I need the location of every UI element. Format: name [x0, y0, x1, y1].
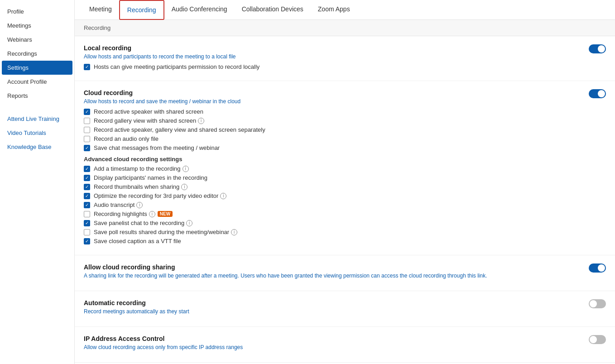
automatic-recording-toggle[interactable]: [589, 299, 606, 308]
section-label: Recording: [84, 24, 111, 31]
adv-cb-1[interactable]: [84, 175, 90, 181]
cloud-cb-label-0: Record active speaker with shared screen: [94, 108, 203, 115]
cloud-recording-toggle-wrap: [589, 89, 606, 100]
sidebar-item-reports[interactable]: Reports: [0, 89, 74, 103]
automatic-recording-toggle-wrap: [589, 299, 606, 310]
adv-cb-label-1: Display participants' names in the recor…: [94, 174, 207, 181]
cloud-sharing-block: Allow cloud recording sharing A sharing …: [75, 255, 615, 291]
adv-cb-6[interactable]: [84, 220, 90, 226]
automatic-recording-toggle-knob: [590, 300, 597, 307]
adv-cb-3[interactable]: [84, 193, 90, 199]
section-header: Recording: [75, 20, 615, 36]
local-recording-desc: Allow hosts and participants to record t…: [84, 53, 606, 60]
cloud-cb-1[interactable]: [84, 118, 90, 124]
adv-cb-row-0: Add a timestamp to the recording i: [84, 165, 606, 172]
adv-cb-4[interactable]: [84, 202, 90, 208]
adv-cb-label-6: Save panelist chat to the recording: [94, 220, 184, 226]
cloud-recording-desc: Allow hosts to record and save the meeti…: [84, 98, 606, 105]
adv-cb-0[interactable]: [84, 166, 90, 172]
sidebar-item-recordings[interactable]: Recordings: [0, 47, 74, 61]
adv-cb-row-8: Save closed caption as a VTT file: [84, 238, 606, 244]
adv-cb-label-4: Audio transcript: [94, 201, 135, 208]
local-recording-toggle[interactable]: [589, 44, 606, 53]
automatic-recording-title: Automatic recording: [84, 299, 606, 307]
cloud-cb-0[interactable]: [84, 109, 90, 115]
cloud-sharing-toggle[interactable]: [589, 263, 606, 273]
sidebar-item-account-profile[interactable]: Account Profile: [0, 75, 74, 89]
cloud-sharing-title: Allow cloud recording sharing: [84, 263, 606, 271]
adv-cb-row-1: Display participants' names in the recor…: [84, 174, 606, 181]
local-recording-toggle-wrap: [589, 44, 606, 55]
sidebar-item-video-tutorials[interactable]: Video Tutorials: [0, 126, 74, 140]
cloud-recording-title: Cloud recording: [84, 89, 606, 96]
main-content: Meeting Recording Audio Conferencing Col…: [75, 0, 615, 364]
adv-cb-8[interactable]: [84, 238, 90, 244]
cloud-recording-toggle[interactable]: [589, 89, 606, 98]
advanced-cloud-header: Advanced cloud recording settings: [84, 156, 606, 163]
adv-cb-row-5: Recording highlights i NEW: [84, 211, 606, 217]
local-recording-toggle-knob: [598, 45, 605, 53]
sidebar-item-settings[interactable]: Settings: [2, 61, 72, 75]
ip-access-toggle-knob: [590, 336, 597, 343]
adv-cb-info-2[interactable]: i: [181, 184, 187, 190]
local-recording-block: Local recording Allow hosts and particip…: [75, 36, 615, 81]
settings-content: Recording Local recording Allow hosts an…: [75, 20, 615, 364]
tabs-bar: Meeting Recording Audio Conferencing Col…: [75, 0, 615, 20]
cloud-cb-label-2: Record active speaker, gallery view and …: [94, 126, 265, 133]
cloud-cb-4[interactable]: [84, 145, 90, 151]
ip-access-desc: Allow cloud recording access only from s…: [84, 344, 606, 350]
adv-cb-row-4: Audio transcript i: [84, 201, 606, 208]
tab-collaboration-devices[interactable]: Collaboration Devices: [235, 0, 311, 20]
adv-cb-info-4[interactable]: i: [136, 202, 143, 208]
sidebar-item-webinars[interactable]: Webinars: [0, 33, 74, 47]
cloud-sharing-desc: A sharing link for the recording will be…: [84, 273, 606, 279]
cloud-cb-row-4: Save chat messages from the meeting / we…: [84, 144, 606, 151]
ip-access-block: IP Address Access Control Allow cloud re…: [75, 327, 615, 363]
adv-cb-2[interactable]: [84, 184, 90, 190]
adv-cb-info-0[interactable]: i: [183, 166, 189, 172]
adv-cb-label-3: Optimize the recording for 3rd party vid…: [94, 192, 218, 199]
sidebar: Profile Meetings Webinars Recordings Set…: [0, 0, 75, 364]
adv-cb-info-5[interactable]: i: [149, 211, 155, 217]
ip-access-toggle-wrap: [589, 335, 606, 345]
automatic-recording-block: Automatic recording Record meetings auto…: [75, 291, 615, 327]
cloud-recording-block: Cloud recording Allow hosts to record an…: [75, 81, 615, 255]
tab-meeting[interactable]: Meeting: [82, 0, 119, 20]
adv-cb-row-3: Optimize the recording for 3rd party vid…: [84, 192, 606, 199]
tab-recording[interactable]: Recording: [119, 0, 164, 20]
adv-cb-row-2: Record thumbnails when sharing i: [84, 183, 606, 190]
cloud-cb-2[interactable]: [84, 127, 90, 133]
adv-cb-label-0: Add a timestamp to the recording: [94, 165, 181, 172]
adv-cb-row-7: Save poll results shared during the meet…: [84, 229, 606, 235]
ip-access-toggle[interactable]: [589, 335, 606, 344]
adv-cb-row-6: Save panelist chat to the recording i: [84, 220, 606, 226]
cloud-sharing-toggle-knob: [598, 264, 605, 272]
local-recording-checkbox-label: Hosts can give meeting participants perm…: [94, 63, 259, 70]
automatic-recording-desc: Record meetings automatically as they st…: [84, 308, 606, 315]
sidebar-item-profile[interactable]: Profile: [0, 5, 74, 19]
adv-cb-info-3[interactable]: i: [220, 193, 226, 199]
cloud-cb-row-0: Record active speaker with shared screen: [84, 108, 606, 115]
cloud-cb-3[interactable]: [84, 136, 90, 142]
cloud-cb-row-3: Record an audio only file: [84, 135, 606, 142]
adv-cb-label-8: Save closed caption as a VTT file: [94, 238, 181, 244]
adv-cb-info-6[interactable]: i: [186, 220, 192, 226]
adv-cb-5[interactable]: [84, 211, 90, 217]
adv-cb-label-7: Save poll results shared during the meet…: [94, 229, 229, 235]
adv-cb-7[interactable]: [84, 229, 90, 235]
tab-zoom-apps[interactable]: Zoom Apps: [311, 0, 357, 20]
cloud-cb-label-4: Save chat messages from the meeting / we…: [94, 144, 220, 151]
cloud-cb-row-2: Record active speaker, gallery view and …: [84, 126, 606, 133]
cloud-cb-info-1[interactable]: i: [198, 118, 204, 124]
sidebar-item-knowledge-base[interactable]: Knowledge Base: [0, 140, 74, 154]
new-badge-5: NEW: [158, 211, 173, 217]
ip-access-title: IP Address Access Control: [84, 335, 606, 342]
adv-cb-label-2: Record thumbnails when sharing: [94, 183, 179, 190]
tab-audio-conferencing[interactable]: Audio Conferencing: [164, 0, 235, 20]
adv-cb-label-5: Recording highlights: [94, 211, 147, 217]
local-recording-checkbox[interactable]: [84, 64, 90, 70]
adv-cb-info-7[interactable]: i: [231, 229, 237, 235]
cloud-sharing-toggle-wrap: [589, 263, 606, 274]
sidebar-item-meetings[interactable]: Meetings: [0, 19, 74, 33]
sidebar-item-attend-live-training[interactable]: Attend Live Training: [0, 112, 74, 126]
